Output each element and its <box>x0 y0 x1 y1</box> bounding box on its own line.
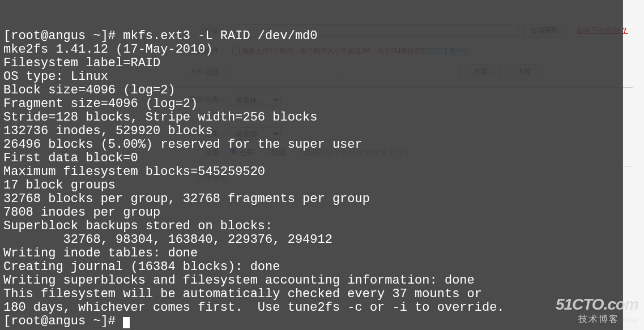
terminal-line: 17 block groups <box>3 179 619 192</box>
terminal-line: Superblock backups stored on blocks: <box>3 220 619 233</box>
terminal-prompt: [root@angus ~]# <box>3 314 123 328</box>
terminal-line: 32768 blocks per group, 32768 fragments … <box>3 192 619 206</box>
terminal-line: 26496 blocks (5.00%) reserved for the su… <box>3 138 619 152</box>
watermark-logo: 51CTO.com <box>556 295 638 314</box>
terminal-line: Writing inode tables: done <box>3 247 619 260</box>
terminal-line: Maximum filesystem blocks=545259520 <box>3 165 619 179</box>
watermark-subtitle: 技术博客 Blog <box>556 314 638 325</box>
terminal-line: 180 days, whichever comes first. Use tun… <box>3 301 619 315</box>
watermark: 51CTO.com 技术博客 Blog <box>556 295 638 325</box>
terminal-line: Writing superblocks and filesystem accou… <box>3 274 619 288</box>
terminal-line: This filesystem will be automatically ch… <box>3 288 619 301</box>
terminal-line: Block size=4096 (log=2) <box>3 84 619 97</box>
terminal-cursor <box>123 317 130 328</box>
terminal-line: [root@angus ~]# mkfs.ext3 -L RAID /dev/m… <box>3 29 619 43</box>
terminal-line: Stride=128 blocks, Stripe width=256 bloc… <box>3 111 619 125</box>
terminal-line: Creating journal (16384 blocks): done <box>3 260 619 274</box>
terminal-line: OS type: Linux <box>3 70 619 84</box>
terminal-line: mke2fs 1.41.12 (17-May-2010) <box>3 43 619 57</box>
terminal-line: 32768, 98304, 163840, 229376, 294912 <box>3 233 619 247</box>
terminal-line: Filesystem label=RAID <box>3 57 619 70</box>
terminal-prompt-line: [root@angus ~]# <box>3 315 619 328</box>
terminal-output: [root@angus ~]# mkfs.ext3 -L RAID /dev/m… <box>3 29 619 315</box>
terminal-line: Fragment size=4096 (log=2) <box>3 97 619 111</box>
terminal-line: 132736 inodes, 529920 blocks <box>3 125 619 138</box>
terminal-line: First data block=0 <box>3 152 619 165</box>
terminal-line: 7808 inodes per group <box>3 206 619 220</box>
terminal-window[interactable]: [root@angus ~]# mkfs.ext3 -L RAID /dev/m… <box>0 0 623 330</box>
